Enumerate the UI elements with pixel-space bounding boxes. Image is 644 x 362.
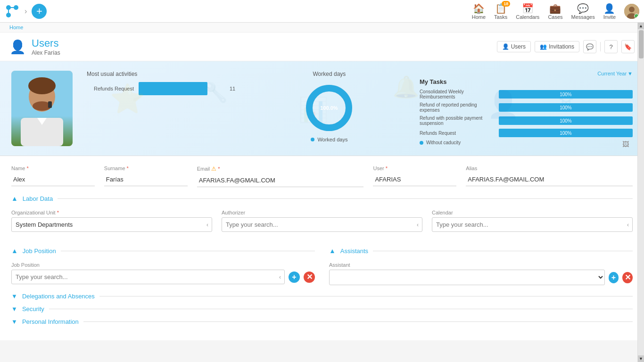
breadcrumb: Home [0,23,644,33]
task-bar-wrap-1: 100% [499,90,633,99]
delegations-section-header[interactable]: ▼ Delegations and Absences [11,293,633,300]
nav-tasks[interactable]: 📋 18 Tasks [494,3,507,20]
nav-home-label: Home [472,14,486,20]
nav-home[interactable]: 🏠 Home [472,3,486,20]
job-position-remove-button[interactable]: ✕ [304,272,315,283]
scroll-up-button[interactable]: ▲ [638,23,644,29]
org-unit-input[interactable] [11,217,212,232]
calendar-input[interactable] [432,217,633,232]
task-bar-wrap-4: 100% [499,129,633,137]
job-position-divider-line [61,251,315,251]
nav-messages-label: Messages [571,14,595,20]
task-row-4: Refunds Request 100% [420,129,633,137]
nav-invite[interactable]: 👤 Invite [603,3,616,20]
svg-point-16 [28,77,56,94]
user-input[interactable] [373,173,456,186]
nav-add-button[interactable]: + [32,4,47,19]
authorizer-input[interactable] [222,217,422,232]
nav-messages[interactable]: 💬 Messages [571,3,595,20]
page-title-group: Users Alex Farías [32,37,60,56]
my-tasks-section: Current Year ▼ My Tasks Consolidated Wee… [420,71,633,145]
nav-back-arrow[interactable]: › [25,7,27,16]
basic-form-row: Name * Surname * Email ⚠ * User * [11,165,633,187]
org-unit-group: Organizational Unit * ‹ [11,210,212,232]
assistants-section-header[interactable]: ▲ Assistants [329,247,633,255]
app-logo-icon[interactable] [5,4,20,19]
scroll-thumb[interactable] [639,30,644,58]
surname-field-group: Surname * [104,165,188,187]
current-year-label: Current Year [597,71,627,76]
nav-tasks-label: Tasks [494,14,507,20]
header-actions: 👤 Users 👥 Invitations 💬 ? 🔖 [497,40,635,53]
tasks-legend-label: Without caducity [426,140,461,145]
chat-button[interactable]: 💬 [583,40,596,53]
assistant-select[interactable] [329,270,605,285]
invitations-button[interactable]: 👥 Invitations [535,41,579,52]
current-year-link[interactable]: Current Year ▼ [420,71,633,76]
email-required: * [218,166,220,172]
task-bar-2: 100% [499,103,633,112]
labor-data-toggle-icon: ▲ [11,195,18,202]
nav-calendars[interactable]: 📅 Calendars [516,3,539,20]
profile-photo-image [11,71,73,146]
alias-label: Alias [466,165,633,171]
task-bar-wrap-2: 100% [499,103,633,112]
labor-data-title: Labor Data [23,195,53,202]
name-required: * [26,165,28,171]
avatar-image [624,4,639,19]
breadcrumb-home[interactable]: Home [9,25,23,30]
email-field-group: Email ⚠ * [197,165,364,187]
surname-input[interactable] [104,173,188,186]
user-avatar[interactable] [624,4,639,19]
job-position-section-header[interactable]: ▲ Job Position [11,247,315,255]
task-name-2: Refund of reported pending expenses [420,102,495,113]
legend-worked: Worked days [311,137,347,142]
photo-icon[interactable]: 🖼 [622,140,629,148]
activity-row: Refunds Request 11 [87,82,239,95]
page-title: Users [32,37,60,49]
email-input[interactable] [197,174,364,187]
nav-calendars-label: Calendars [516,14,539,20]
task-bar-4: 100% [499,129,633,137]
authorizer-label: Authorizer [222,210,422,215]
profile-photo [11,71,73,146]
task-name-1: Consolidated Weekly Reimbursements [420,89,495,99]
worked-days-section: Worked days 100.0% Worked days [253,71,405,142]
legend-dot-worked [311,138,314,141]
alias-input[interactable] [466,173,633,186]
personal-info-section-header[interactable]: ▼ Personal Information [11,318,633,325]
nav-right-section: 🏠 Home 📋 18 Tasks 📅 Calendars 💼 Cases 💬 … [472,3,639,20]
task-pct-2: 100% [560,105,572,110]
job-position-add-button[interactable]: + [289,272,300,283]
surname-label: Surname * [104,165,188,171]
labor-data-section-header[interactable]: ▲ Labor Data [11,195,633,202]
surname-required: * [127,165,129,171]
name-input[interactable] [11,173,95,186]
org-unit-required: * [57,210,59,215]
assistant-add-button[interactable]: + [609,272,619,283]
tasks-legend-dot [420,141,423,145]
assistant-remove-button[interactable]: ✕ [622,272,633,283]
task-bar-3: 100% [499,116,633,125]
org-unit-field-wrap: ‹ [11,217,212,232]
security-section-header[interactable]: ▼ Security [11,305,633,313]
name-label: Name * [11,165,95,171]
assistants-col: ▲ Assistants Assistant + ✕ [329,239,633,285]
scroll-track[interactable] [638,29,644,340]
page-header: 👤 Users Alex Farías 👤 Users 👥 Invitation… [0,33,644,61]
job-position-field-group: Job Position ‹ + ✕ [11,262,315,284]
security-title: Security [22,305,44,313]
legend-worked-label: Worked days [317,137,347,142]
nav-cases[interactable]: 💼 Cases [548,3,562,20]
job-position-col: ▲ Job Position Job Position ‹ + ✕ [11,239,315,285]
top-nav: › + 🏠 Home 📋 18 Tasks 📅 Calendars 💼 Case… [0,0,644,23]
user-field-group: User * [373,165,456,187]
help-button[interactable]: ? [604,40,618,53]
invite-icon: 👤 [603,3,615,14]
assistants-toggle-icon: ▲ [329,247,336,255]
job-position-input[interactable] [11,270,285,284]
bookmark-button[interactable]: 🔖 [621,40,635,53]
donut-chart: 100.0% [303,82,355,134]
users-button[interactable]: 👤 Users [497,41,531,52]
scrollbar[interactable]: ▲ ▼ [637,23,644,340]
